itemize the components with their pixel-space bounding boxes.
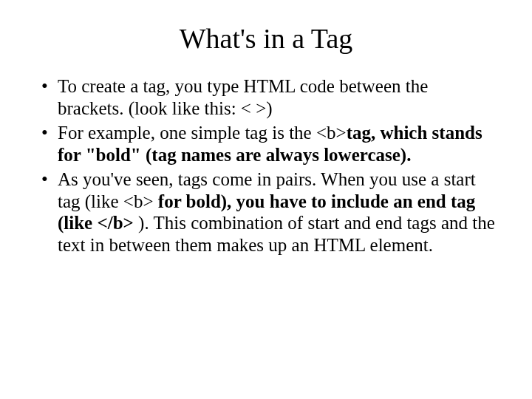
bullet-list: To create a tag, you type HTML code betw… xyxy=(37,75,495,256)
list-item: For example, one simple tag is the <b>ta… xyxy=(37,122,495,166)
list-item: To create a tag, you type HTML code betw… xyxy=(37,75,495,119)
list-item: As you've seen, tags come in pairs. When… xyxy=(37,168,495,256)
text-run: To create a tag, you type HTML code betw… xyxy=(58,76,428,118)
slide: What's in a Tag To create a tag, you typ… xyxy=(0,0,532,288)
text-run: For example, one simple tag is the <b> xyxy=(58,123,347,143)
slide-title: What's in a Tag xyxy=(37,22,495,55)
